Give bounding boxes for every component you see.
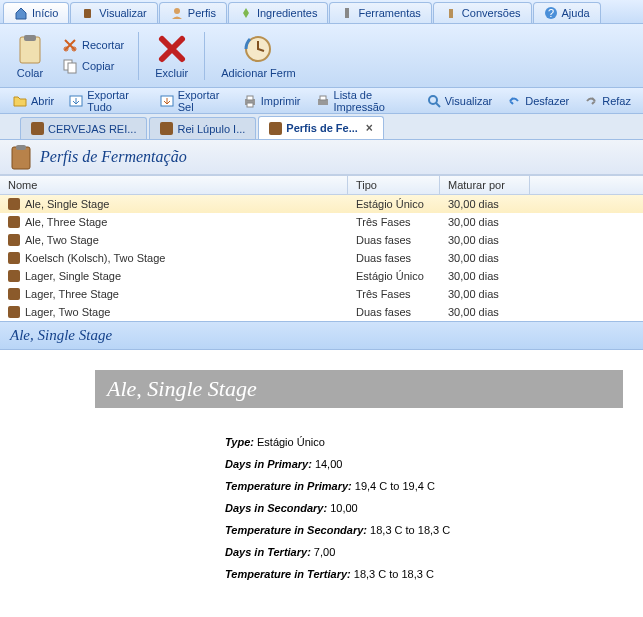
field-label: Days in Tertiary: bbox=[225, 546, 311, 558]
main-tab-bar: Início Visualizar Perfis Ingredientes Fe… bbox=[0, 0, 643, 24]
delete-button[interactable]: Excluir bbox=[149, 29, 194, 83]
field-label: Days in Secondary: bbox=[225, 502, 327, 514]
undo-label: Desfazer bbox=[525, 95, 569, 107]
field-days-primary: Days in Primary: 14,00 bbox=[225, 456, 623, 472]
grid-row[interactable]: Lager, Single Stage Estágio Único 30,00 … bbox=[0, 267, 643, 285]
cell-tipo: Três Fases bbox=[348, 287, 440, 301]
clock-icon bbox=[242, 33, 274, 65]
row-icon bbox=[8, 306, 20, 318]
grid-row[interactable]: Ale, Two Stage Duas fases 30,00 dias bbox=[0, 231, 643, 249]
tab-ajuda[interactable]: ? Ajuda bbox=[533, 2, 601, 23]
view-label: Visualizar bbox=[445, 95, 493, 107]
cell-maturar: 30,00 dias bbox=[440, 287, 530, 301]
grid-row[interactable]: Lager, Three Stage Três Fases 30,00 dias bbox=[0, 285, 643, 303]
ribbon-toolbar: Colar Recortar Copiar Excluir Adicionar … bbox=[0, 24, 643, 88]
cell-maturar: 30,00 dias bbox=[440, 251, 530, 265]
export-sel-button[interactable]: Exportar Sel bbox=[153, 87, 234, 115]
grid-row[interactable]: Koelsch (Kolsch), Two Stage Duas fases 3… bbox=[0, 249, 643, 267]
export-icon bbox=[68, 93, 84, 109]
field-days-tertiary: Days in Tertiary: 7,00 bbox=[225, 544, 623, 560]
detail-title: Ale, Single Stage bbox=[95, 370, 623, 408]
quick-toolbar: Abrir Exportar Tudo Exportar Sel Imprimi… bbox=[0, 88, 643, 114]
folder-open-icon bbox=[12, 93, 28, 109]
clipboard-large-icon bbox=[10, 144, 32, 170]
svg-point-1 bbox=[174, 8, 180, 14]
tools-icon bbox=[340, 6, 354, 20]
field-value: 19,4 C to 19,4 C bbox=[352, 480, 435, 492]
redo-label: Refaz bbox=[602, 95, 631, 107]
undo-icon bbox=[506, 93, 522, 109]
convert-icon bbox=[444, 6, 458, 20]
field-days-secondary: Days in Secondary: 10,00 bbox=[225, 500, 623, 516]
svg-rect-0 bbox=[84, 9, 91, 18]
add-ferm-label: Adicionar Ferm bbox=[221, 67, 296, 79]
export-all-button[interactable]: Exportar Tudo bbox=[62, 87, 151, 115]
undo-button[interactable]: Desfazer bbox=[500, 91, 575, 111]
svg-rect-17 bbox=[247, 103, 253, 107]
beer-icon bbox=[31, 122, 44, 135]
print-list-label: Lista de Impressão bbox=[334, 89, 412, 113]
doc-tab-perfis[interactable]: Perfis de Fe... × bbox=[258, 116, 384, 139]
close-tab-icon[interactable]: × bbox=[366, 121, 373, 135]
cell-tipo: Duas fases bbox=[348, 305, 440, 319]
field-type: Type: Estágio Único bbox=[225, 434, 623, 450]
field-temp-primary: Temperature in Primary: 19,4 C to 19,4 C bbox=[225, 478, 623, 494]
clipboard-icon bbox=[14, 33, 46, 65]
doc-tab-label: Perfis de Fe... bbox=[286, 122, 358, 134]
tab-visualizar[interactable]: Visualizar bbox=[70, 2, 158, 23]
copy-button[interactable]: Copiar bbox=[58, 56, 128, 76]
col-header-tipo[interactable]: Tipo bbox=[348, 176, 440, 194]
col-header-maturar[interactable]: Maturar por bbox=[440, 176, 530, 194]
tab-inicio[interactable]: Início bbox=[3, 2, 69, 23]
cut-button[interactable]: Recortar bbox=[58, 35, 128, 55]
field-value: 18,3 C to 18,3 C bbox=[351, 568, 434, 580]
row-icon bbox=[8, 234, 20, 246]
tab-label: Perfis bbox=[188, 7, 216, 19]
copy-icon bbox=[62, 58, 78, 74]
field-value: Estágio Único bbox=[254, 436, 325, 448]
cell-tipo: Estágio Único bbox=[348, 197, 440, 211]
tab-ingredientes[interactable]: Ingredientes bbox=[228, 2, 329, 23]
tab-ferramentas[interactable]: Ferramentas bbox=[329, 2, 431, 23]
tab-conversoes[interactable]: Conversões bbox=[433, 2, 532, 23]
doc-tab-rei-lupulo[interactable]: Rei Lúpulo I... bbox=[149, 117, 256, 139]
profile-icon bbox=[170, 6, 184, 20]
grid-row[interactable]: Lager, Two Stage Duas fases 30,00 dias bbox=[0, 303, 643, 321]
svg-rect-2 bbox=[345, 8, 349, 18]
field-label: Temperature in Secondary: bbox=[225, 524, 367, 536]
row-icon bbox=[8, 252, 20, 264]
magnifier-icon bbox=[426, 93, 442, 109]
add-ferm-button[interactable]: Adicionar Ferm bbox=[215, 29, 302, 83]
grid-row[interactable]: Ale, Three Stage Três Fases 30,00 dias bbox=[0, 213, 643, 231]
document-tab-bar: CERVEJAS REI... Rei Lúpulo I... Perfis d… bbox=[0, 114, 643, 140]
col-header-nome[interactable]: Nome bbox=[0, 176, 348, 194]
view-header: Perfis de Fermentação bbox=[0, 140, 643, 175]
view-button[interactable]: Visualizar bbox=[420, 91, 499, 111]
open-button[interactable]: Abrir bbox=[6, 91, 60, 111]
redo-button[interactable]: Refaz bbox=[577, 91, 637, 111]
field-label: Temperature in Primary: bbox=[225, 480, 352, 492]
print-label: Imprimir bbox=[261, 95, 301, 107]
svg-rect-3 bbox=[449, 9, 453, 18]
doc-tab-cervejas[interactable]: CERVEJAS REI... bbox=[20, 117, 147, 139]
detail-content: Ale, Single Stage Type: Estágio Único Da… bbox=[0, 350, 643, 598]
print-button[interactable]: Imprimir bbox=[236, 91, 307, 111]
svg-rect-16 bbox=[247, 96, 253, 100]
export-sel-label: Exportar Sel bbox=[178, 89, 228, 113]
print-list-button[interactable]: Lista de Impressão bbox=[309, 87, 418, 115]
export-sel-icon bbox=[159, 93, 175, 109]
cell-maturar: 30,00 dias bbox=[440, 233, 530, 247]
grid-row[interactable]: Ale, Single Stage Estágio Único 30,00 di… bbox=[0, 195, 643, 213]
open-label: Abrir bbox=[31, 95, 54, 107]
tab-perfis[interactable]: Perfis bbox=[159, 2, 227, 23]
cell-nome: Lager, Two Stage bbox=[25, 306, 110, 318]
tab-label: Ajuda bbox=[562, 7, 590, 19]
tab-label: Início bbox=[32, 7, 58, 19]
cell-nome: Koelsch (Kolsch), Two Stage bbox=[25, 252, 165, 264]
svg-rect-22 bbox=[12, 147, 30, 169]
grid-body: Ale, Single Stage Estágio Único 30,00 di… bbox=[0, 195, 643, 321]
paste-button[interactable]: Colar bbox=[8, 29, 52, 83]
paste-label: Colar bbox=[17, 67, 43, 79]
cell-nome: Lager, Three Stage bbox=[25, 288, 119, 300]
field-value: 10,00 bbox=[327, 502, 358, 514]
